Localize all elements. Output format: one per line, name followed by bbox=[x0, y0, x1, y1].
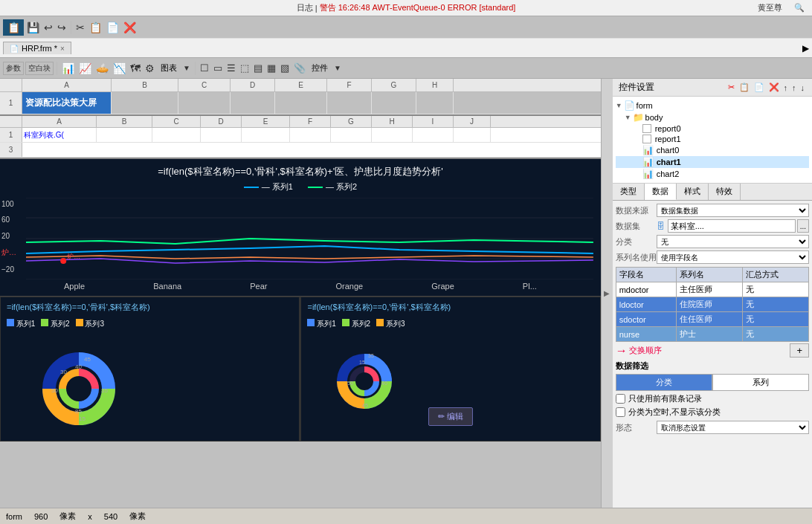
edit-button[interactable]: ✏ 编辑 bbox=[428, 407, 473, 426]
chart-icon-4[interactable]: 📉 bbox=[112, 62, 127, 75]
category-select[interactable]: 无 bbox=[657, 235, 809, 248]
dataset-input[interactable] bbox=[668, 219, 796, 233]
th-series: 系列名 bbox=[677, 268, 743, 282]
tab-close-icon[interactable]: × bbox=[60, 45, 65, 53]
tree-item-chart1[interactable]: 📊 chart1 bbox=[616, 156, 809, 168]
right-paste-btn[interactable]: 📄 bbox=[753, 82, 766, 93]
filter-section: 数据筛选 分类 系列 只使用前有限条记录 分类为空时,不显示该分类 bbox=[616, 360, 809, 418]
cell-C1[interactable] bbox=[178, 92, 231, 114]
redo-button[interactable]: ↪ bbox=[56, 21, 68, 34]
ctrl-icon-2[interactable]: ▭ bbox=[212, 62, 224, 74]
cell-F1[interactable] bbox=[327, 92, 372, 114]
legend-series2: — 系列2 bbox=[308, 181, 357, 193]
ctrl-icon-1[interactable]: ☐ bbox=[199, 62, 210, 74]
series-row-mdoctor[interactable]: mdoctor 主任医师 无 bbox=[616, 282, 808, 297]
checkbox-limit[interactable] bbox=[616, 394, 625, 404]
tree-item-report0[interactable]: report0 bbox=[616, 123, 809, 134]
legend-sq-r3: 系列3 bbox=[376, 319, 405, 329]
grid2-cell-C1[interactable] bbox=[152, 128, 201, 142]
right-close-btn[interactable]: ✂ bbox=[726, 82, 736, 93]
chevron-down-chart[interactable]: ▼ bbox=[181, 63, 192, 73]
form-select[interactable]: 取消形态设置 bbox=[657, 421, 809, 434]
cell-H1[interactable] bbox=[416, 92, 454, 114]
prop-form-label: 形态 bbox=[616, 422, 657, 433]
tab-data[interactable]: 数据 bbox=[645, 184, 677, 200]
right-copy-btn[interactable]: 📋 bbox=[738, 82, 751, 93]
chart-icon-2[interactable]: 📈 bbox=[77, 62, 93, 75]
tree-item-body[interactable]: ▼ 📁 body bbox=[616, 111, 809, 123]
copy-button[interactable]: 📋 bbox=[88, 21, 103, 34]
tab-effect[interactable]: 特效 bbox=[709, 184, 741, 200]
grid2-cell-E1[interactable] bbox=[242, 128, 290, 142]
svg-text:15: 15 bbox=[359, 360, 365, 365]
tree-item-chart2[interactable]: 📊 chart2 bbox=[616, 168, 809, 180]
app-icon[interactable]: 📋 bbox=[3, 19, 24, 36]
chart-icon-1[interactable]: 📊 bbox=[60, 62, 76, 75]
series-row-sdoctor[interactable]: sdoctor 住任医师 无 bbox=[616, 312, 808, 327]
undo-button[interactable]: ↩ bbox=[42, 21, 54, 34]
right-delete-btn[interactable]: ❌ bbox=[767, 82, 781, 93]
ctrl-icon-3[interactable]: ☰ bbox=[225, 62, 237, 74]
grid2-cell-D1[interactable] bbox=[201, 128, 242, 142]
filter-tab-category[interactable]: 分类 bbox=[616, 374, 712, 391]
bottom-chart-right: =if(len($科室名称)==0,'骨科',$科室名称) 系列1 系列2 系列… bbox=[300, 297, 600, 441]
grid2-row-num-1: 1 bbox=[0, 128, 22, 142]
dataset-browse-btn[interactable]: ... bbox=[797, 219, 809, 233]
cell-E1[interactable] bbox=[275, 92, 327, 114]
file-tab[interactable]: 📄 HRP.frm * × bbox=[3, 42, 71, 54]
tab-type[interactable]: 类型 bbox=[613, 184, 645, 200]
filter-label: 数据筛选 bbox=[616, 360, 809, 372]
grid2-cell-B1[interactable] bbox=[97, 128, 152, 142]
grid2-cell-F1[interactable] bbox=[290, 128, 331, 142]
checkbox-empty[interactable] bbox=[616, 407, 625, 417]
paste-button[interactable]: 📄 bbox=[105, 21, 120, 34]
cell-G1[interactable] bbox=[372, 92, 416, 114]
param-btn[interactable]: 参数 bbox=[3, 62, 24, 75]
series-row-nurse[interactable]: nurse 护士 无 bbox=[616, 327, 808, 342]
toolbar-row2: 参数 空白块 📊 📈 🥧 📉 🗺 ⚙ 图表 ▼ ☐ ▭ ☰ ⬚ ▤ ▦ ▧ 📎 … bbox=[0, 58, 812, 79]
grid2-cell-A1[interactable]: 科室列表.G( bbox=[22, 128, 97, 142]
grid2-cell-I1[interactable] bbox=[413, 128, 454, 142]
datasource-select[interactable]: 数据集数据 bbox=[657, 204, 809, 217]
ctrl-icon-8[interactable]: 📎 bbox=[292, 62, 307, 74]
ctrl-icon-6[interactable]: ▦ bbox=[265, 62, 277, 74]
tree-item-form[interactable]: ▼ 📄 form bbox=[616, 100, 809, 111]
save-button[interactable]: 💾 bbox=[25, 21, 41, 34]
right-up1-btn[interactable]: ↑ bbox=[782, 83, 790, 93]
ctrl-icon-7[interactable]: ▧ bbox=[279, 62, 291, 74]
series-select[interactable]: 使用字段名 bbox=[657, 250, 809, 264]
filter-tab-series[interactable]: 系列 bbox=[712, 374, 809, 391]
grid2-cell-G1[interactable] bbox=[331, 128, 372, 142]
tree-item-report1[interactable]: report1 bbox=[616, 134, 809, 144]
cell-A1[interactable]: 资源配比决策大屏 bbox=[22, 92, 112, 114]
ctrl-icon-4[interactable]: ⬚ bbox=[239, 62, 251, 74]
tree-item-chart0[interactable]: 📊 chart0 bbox=[616, 144, 809, 156]
tree-label-body: body bbox=[645, 113, 663, 122]
right-up2-btn[interactable]: ↑ bbox=[790, 83, 798, 93]
panel-toggle[interactable]: ▶ bbox=[602, 79, 613, 508]
right-down-btn[interactable]: ↓ bbox=[799, 83, 807, 93]
cut-button[interactable]: ✂ bbox=[74, 21, 86, 34]
search-icon[interactable]: 🔍 bbox=[794, 3, 805, 13]
tab-style[interactable]: 样式 bbox=[677, 184, 709, 200]
blank-btn[interactable]: 空白块 bbox=[25, 62, 54, 75]
cell-D1[interactable] bbox=[231, 92, 275, 114]
checkbox-row-1: 只使用前有限条记录 bbox=[616, 393, 809, 404]
grid2-cell-J1[interactable] bbox=[454, 128, 491, 142]
grid-row-1: 1 资源配比决策大屏 bbox=[0, 92, 601, 114]
donut-svg-left: 45 35 15 50 30 40 85 bbox=[38, 348, 120, 430]
add-series-btn[interactable]: + bbox=[790, 343, 809, 358]
cell-B1[interactable] bbox=[112, 92, 178, 114]
props-content: 数据来源 数据集数据 数据集 🗄 ... 分类 bbox=[613, 201, 812, 508]
chart-icon-5[interactable]: 🗺 bbox=[129, 62, 142, 75]
ctrl-icon-5[interactable]: ▤ bbox=[252, 62, 264, 74]
col2-C: C bbox=[152, 116, 201, 127]
sep2 bbox=[57, 62, 57, 75]
chart-icon-6[interactable]: ⚙ bbox=[144, 62, 156, 75]
panel-expand-icon[interactable]: ▶ bbox=[802, 43, 809, 54]
chevron-down-ctrl[interactable]: ▼ bbox=[332, 63, 343, 73]
delete-button[interactable]: ❌ bbox=[122, 21, 138, 34]
chart-icon-3[interactable]: 🥧 bbox=[94, 62, 110, 75]
series-row-ldoctor[interactable]: ldoctor 住院医师 无 bbox=[616, 297, 808, 312]
grid2-cell-H1[interactable] bbox=[372, 128, 413, 142]
